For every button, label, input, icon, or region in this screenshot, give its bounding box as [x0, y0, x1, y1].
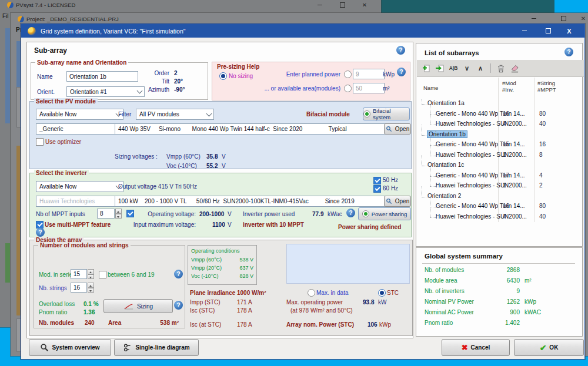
- subarray-tree-row[interactable]: Orientation 2: [417, 192, 580, 202]
- delete-subarray-button[interactable]: [495, 62, 507, 74]
- hz50-checkbox[interactable]: [373, 177, 381, 184]
- between-checkbox[interactable]: [99, 271, 106, 278]
- power-sharing-button[interactable]: Power sharing: [358, 207, 411, 220]
- add-subarray-button[interactable]: [420, 62, 432, 74]
- subarray-tree-row[interactable]: Huawei Technologies - SUN2000...18: [417, 150, 580, 161]
- nb-strings-stepper[interactable]: 16: [71, 283, 94, 293]
- subarray-name-input[interactable]: Orientation 1b: [66, 71, 138, 82]
- pv-open-button[interactable]: Open: [384, 123, 411, 135]
- no-sizing-radio[interactable]: [219, 72, 227, 80]
- planned-power-input[interactable]: 9: [353, 69, 385, 79]
- subarray-tree-row[interactable]: Orientation 1a: [417, 99, 580, 109]
- subarray-row-name[interactable]: Generic - Mono 440 Wp Twin 14...: [436, 203, 525, 209]
- system-overview-button[interactable]: System overview: [29, 339, 111, 356]
- subarray-tree-row[interactable]: Orientation 1b: [417, 130, 580, 140]
- sizing-button[interactable]: Sizing: [103, 299, 173, 313]
- hz60-checkbox[interactable]: [373, 185, 381, 193]
- spin-down-icon[interactable]: [88, 288, 94, 293]
- clear-button[interactable]: [509, 62, 520, 74]
- help-icon[interactable]: ?: [346, 209, 355, 217]
- close-icon[interactable]: ✕: [360, 1, 369, 9]
- maximize-icon[interactable]: [543, 26, 553, 35]
- subarray-row-name[interactable]: Huawei Technologies - SUN2000...: [436, 182, 527, 189]
- maximize-icon[interactable]: [338, 1, 347, 9]
- mppt-inputs-stepper[interactable]: 8: [97, 209, 122, 219]
- subarray-tree-row[interactable]: Generic - Mono 440 Wp Twin 14...174: [417, 171, 580, 182]
- help-icon[interactable]: ?: [36, 228, 45, 237]
- help-icon[interactable]: ?: [174, 301, 183, 310]
- help-icon[interactable]: ?: [397, 68, 406, 76]
- pv-module-select[interactable]: 440 Wp 35V Si-mono Mono 440 Wp Twin 144 …: [115, 123, 393, 135]
- inverter-manufacturer-select[interactable]: Huawei Technologies: [36, 196, 123, 207]
- rename-subarray-button[interactable]: A|B: [447, 62, 459, 74]
- subarray-row-name[interactable]: Huawei Technologies - SUN2000...: [436, 152, 527, 158]
- inverter-open-button[interactable]: Open: [384, 196, 411, 207]
- use-optimizer-checkbox[interactable]: [36, 138, 44, 146]
- close-icon[interactable]: ✕: [579, 15, 588, 22]
- maximize-icon[interactable]: [559, 15, 568, 22]
- input-max-value: 1100: [212, 221, 225, 229]
- help-icon[interactable]: ?: [174, 270, 183, 278]
- sidebar-block-blue: [5, 28, 10, 123]
- condition-value: 828 V: [239, 273, 253, 279]
- subarray-tree-row[interactable]: Generic - Mono 440 Wp Twin 14...1680: [417, 202, 580, 212]
- help-icon[interactable]: ?: [396, 46, 405, 55]
- subarray-tree-row[interactable]: Generic - Mono 440 Wp Twin 14...1680: [417, 109, 580, 120]
- pv-manufacturer-select[interactable]: _Generic: [36, 123, 123, 135]
- subarray-row-name[interactable]: Huawei Technologies - SUN2000...: [436, 120, 527, 127]
- subarray-row-name[interactable]: Huawei Technologies - SUN2000...: [436, 213, 527, 220]
- subarray-row-name[interactable]: Generic - Mono 440 Wp Twin 14...: [436, 141, 525, 147]
- minimize-icon[interactable]: [315, 1, 325, 9]
- area-label: Area: [108, 320, 121, 327]
- sizing-voltages-label: Sizing voltages :: [115, 153, 158, 160]
- minimize-icon[interactable]: [520, 26, 529, 35]
- spin-up-icon[interactable]: [88, 269, 94, 274]
- mod-series-label: Mod. in series: [39, 271, 75, 278]
- dialog-title: Grid system definition, Variant VC6: "Fi…: [41, 28, 186, 35]
- stc-radio[interactable]: [378, 289, 386, 297]
- mppt-checkbox[interactable]: [126, 210, 134, 217]
- pv-availability-select[interactable]: Available Now: [36, 109, 123, 120]
- subarray-tree-row[interactable]: Huawei Technologies - SUN2000...440: [417, 119, 580, 130]
- summary-row: Nb. of inverters9: [423, 287, 577, 297]
- orientation-select[interactable]: Orientation #1: [66, 86, 145, 97]
- move-down-button[interactable]: ∨: [461, 62, 473, 74]
- order-value: 2: [174, 70, 178, 77]
- use-optimizer-label: Use optimizer: [45, 139, 81, 146]
- chevron-up-icon: ∧: [478, 65, 483, 72]
- cancel-button[interactable]: ✖Cancel: [442, 339, 510, 356]
- planned-power-radio[interactable]: [344, 70, 352, 78]
- spin-up-icon[interactable]: [115, 209, 122, 214]
- area-input[interactable]: 50: [353, 83, 385, 93]
- close-icon[interactable]: X: [564, 26, 574, 35]
- inverter-power-value: 77.9: [312, 211, 323, 218]
- pv-filter-select[interactable]: All PV modules: [136, 109, 214, 120]
- subarray-row-name[interactable]: Generic - Mono 440 Wp Twin 14...: [436, 110, 525, 117]
- tree-connector: [430, 104, 436, 115]
- inverter-availability-select[interactable]: Available Now: [36, 181, 123, 192]
- menu-file[interactable]: Fil: [2, 13, 9, 20]
- single-line-diagram-button[interactable]: Single-line diagram: [114, 339, 199, 356]
- subarray-tree-row[interactable]: Oriantation 1c: [417, 160, 580, 171]
- duplicate-subarray-button[interactable]: [434, 62, 446, 74]
- subarray-tree-row[interactable]: Generic - Mono 440 Wp Twin 14...1516: [417, 140, 580, 150]
- inverter-model-select[interactable]: 100 kW 200 - 1000 V TL 50/60 Hz SUN2000-…: [115, 196, 393, 207]
- subarray-tree-row[interactable]: Huawei Technologies - SUN2000...12: [417, 181, 580, 192]
- mod-series-stepper[interactable]: 15: [71, 269, 94, 279]
- move-up-button[interactable]: ∧: [475, 62, 486, 74]
- area-radio[interactable]: [344, 85, 352, 92]
- spin-down-icon[interactable]: [115, 214, 122, 219]
- subarray-row-name[interactable]: Generic - Mono 440 Wp Twin 14...: [436, 172, 525, 179]
- pv-manufacturer-value: _Generic: [39, 126, 64, 132]
- azimuth-label: Azimuth: [137, 86, 169, 93]
- screen: PVsyst 7.4 - LICENSED ✕ Fil Project: _DE…: [0, 0, 588, 366]
- ok-button[interactable]: ✔OK: [514, 339, 584, 356]
- spin-up-icon[interactable]: [88, 283, 94, 288]
- spin-down-icon[interactable]: [88, 274, 94, 280]
- minimize-icon[interactable]: [529, 15, 539, 22]
- subarray-tree-row[interactable]: Huawei Technologies - SUN2000...440: [417, 212, 580, 223]
- max-in-data-radio[interactable]: [308, 289, 315, 297]
- bifacial-system-button[interactable]: Bifacial system: [363, 108, 410, 120]
- help-icon[interactable]: ?: [564, 48, 573, 56]
- stc-label: STC: [387, 290, 399, 297]
